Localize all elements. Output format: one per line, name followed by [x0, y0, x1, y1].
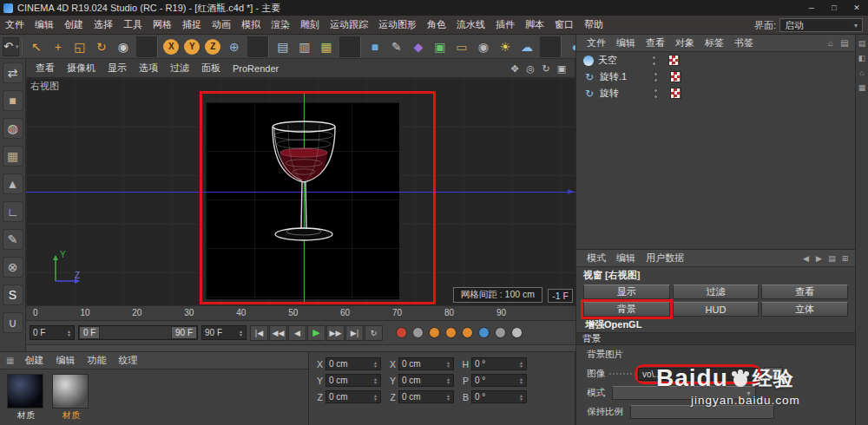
tab-display[interactable]: 显示 — [583, 284, 670, 299]
pin-icon[interactable]: ⊞ — [838, 254, 852, 263]
coordinate-system-icon[interactable]: ⊕ — [223, 36, 245, 57]
prev-key-button[interactable]: ◀◀ — [269, 325, 287, 341]
menubar-item[interactable]: 脚本 — [520, 18, 549, 31]
scale-tool-icon[interactable]: ◱ — [69, 36, 90, 57]
viewport-canvas[interactable]: 右视图 — [26, 78, 575, 305]
object-row-rotate[interactable]: ↻ 旋转 — [576, 85, 855, 101]
maximize-view-icon[interactable]: ▣ — [554, 62, 569, 75]
autokey-icon[interactable] — [412, 327, 424, 338]
menubar-item[interactable]: 工具 — [118, 18, 148, 31]
attributes-menu-item[interactable]: 编辑 — [611, 252, 641, 265]
menubar-item[interactable]: 雕刻 — [295, 18, 325, 31]
panel-tab-icon[interactable]: ▦ — [858, 83, 866, 92]
sky-object-icon[interactable]: ☁ — [516, 36, 537, 57]
array-generator-icon[interactable]: ▣ — [429, 36, 450, 57]
texture-tag-icon[interactable] — [668, 55, 680, 66]
rotation-b-field[interactable]: 0 °▲▼ — [471, 390, 527, 403]
spline-pen-icon[interactable]: ✎ — [385, 36, 407, 57]
visibility-dots[interactable] — [652, 56, 656, 66]
spinner-icon[interactable]: ▲▼ — [67, 330, 71, 337]
viewport-menu-item[interactable]: 选项 — [133, 62, 164, 75]
render-picture-viewer-icon[interactable]: ▥ — [293, 36, 315, 57]
lock-y-axis-icon[interactable]: Y — [184, 39, 200, 55]
menubar-item[interactable]: 捕捉 — [177, 18, 207, 31]
size-x-field[interactable]: 0 cm▲▼ — [398, 357, 454, 370]
rotate-view-icon[interactable]: ↻ — [538, 62, 554, 75]
stacked-cubes-icon[interactable]: ▦ — [3, 146, 23, 167]
back-icon[interactable]: ◀ — [799, 254, 812, 263]
menubar-item[interactable]: 角色 — [422, 18, 451, 31]
move-tool-icon[interactable]: + — [47, 36, 69, 57]
material-thumbnail[interactable] — [52, 374, 89, 409]
home-icon[interactable]: ⌂ — [824, 38, 838, 48]
play-button[interactable]: ▶ — [307, 325, 326, 341]
maximize-button[interactable]: □ — [823, 0, 845, 16]
browse-button[interactable]: ... — [764, 367, 783, 381]
panel-tab-icon[interactable]: ▤ — [858, 39, 866, 48]
material-item-selected[interactable]: 材质 — [52, 374, 90, 422]
image-path-field[interactable]: vo\... — [638, 368, 758, 381]
light-object-icon[interactable]: ☀ — [494, 36, 516, 57]
object-manager-menu-item[interactable]: 查看 — [641, 36, 670, 49]
playback-options-icon[interactable] — [511, 327, 523, 338]
keyframe-scale-icon[interactable] — [445, 327, 457, 338]
l-extrude-icon[interactable]: ∟ — [3, 201, 23, 222]
subdivision-surface-icon[interactable]: ◆ — [407, 36, 429, 57]
menubar-item[interactable]: 动画 — [207, 18, 236, 31]
object-row-sky[interactable]: 天空 — [576, 52, 855, 69]
object-manager-menu-item[interactable]: 文件 — [582, 36, 611, 49]
materials-menu-item[interactable]: 纹理 — [112, 354, 143, 367]
menubar-item[interactable]: 选择 — [89, 18, 118, 31]
lock-z-axis-icon[interactable]: Z — [205, 39, 220, 55]
keep-ratio-field[interactable] — [630, 405, 774, 419]
goto-start-button[interactable]: |◀ — [250, 325, 268, 341]
point-level-animation-icon[interactable] — [495, 327, 506, 338]
forward-icon[interactable]: ▶ — [812, 254, 825, 263]
object-manager-menu-item[interactable]: 编辑 — [611, 36, 641, 49]
size-z-field[interactable]: 0 cm▲▼ — [398, 390, 454, 403]
spinner-icon[interactable]: ▲▼ — [239, 330, 243, 337]
loop-button[interactable]: ↻ — [365, 325, 383, 341]
material-thumbnail[interactable] — [7, 374, 43, 409]
checker-sphere-icon[interactable]: ◍ — [3, 118, 23, 139]
render-view-icon[interactable]: ▤ — [272, 36, 293, 57]
timeline-ruler[interactable]: 0102030405060708090 — [26, 305, 575, 321]
size-y-field[interactable]: 0 cm▲▼ — [398, 374, 454, 387]
tab-view[interactable]: 查看 — [761, 284, 848, 299]
position-y-field[interactable]: 0 cm▲▼ — [326, 374, 381, 387]
range-end-handle[interactable]: 90 F — [171, 326, 197, 339]
viewport-menu-item[interactable]: 过滤 — [164, 62, 195, 75]
goto-end-button[interactable]: ▶| — [345, 325, 364, 341]
panel-tab-icon[interactable]: ◧ — [858, 54, 866, 62]
current-frame-field[interactable]: 0 F ▲▼ — [30, 325, 75, 340]
attributes-menu-item[interactable]: 用户数据 — [641, 252, 689, 265]
mode-dropdown[interactable]: ▼ — [612, 386, 756, 400]
interface-select[interactable]: 启动 ▾ — [779, 18, 863, 32]
menubar-item[interactable]: 网格 — [148, 18, 177, 31]
keyframe-parameter-icon[interactable] — [478, 327, 490, 338]
menubar-item[interactable]: 流水线 — [451, 18, 490, 31]
rotate-tool-icon[interactable]: ↻ — [90, 36, 112, 57]
spline-pen-icon[interactable]: ✎ — [3, 229, 23, 250]
menubar-item[interactable]: 插件 — [490, 18, 520, 31]
snap-badge-icon[interactable]: S — [3, 284, 23, 305]
frame-range-slider[interactable]: 0 F 90 F — [78, 325, 198, 340]
render-settings-icon[interactable]: ▦ — [315, 36, 337, 57]
keyframe-position-icon[interactable] — [429, 327, 440, 338]
rotation-h-field[interactable]: 0 °▲▼ — [471, 357, 527, 370]
last-tool-icon[interactable]: ◉ — [112, 36, 134, 57]
axis-lock-icon[interactable]: ⊗ — [3, 257, 23, 278]
menubar-item[interactable]: 窗口 — [549, 18, 579, 31]
history-icon[interactable]: ▤ — [825, 254, 838, 263]
viewport-menu-item[interactable]: ProRender — [227, 63, 285, 74]
tab-hud[interactable]: HUD — [673, 302, 760, 317]
next-key-button[interactable]: ▶▶ — [326, 325, 345, 341]
object-manager-menu-item[interactable]: 书签 — [729, 36, 759, 49]
minimize-button[interactable]: ─ — [800, 0, 823, 16]
tab-back[interactable]: 背景 — [583, 302, 670, 317]
menubar-item[interactable]: 创建 — [59, 18, 89, 31]
menubar-item[interactable]: 帮助 — [579, 18, 608, 31]
magnet-icon[interactable]: ∪ — [3, 312, 23, 333]
tab-filter[interactable]: 过滤 — [673, 284, 760, 299]
menubar-item[interactable]: 编辑 — [30, 18, 59, 31]
